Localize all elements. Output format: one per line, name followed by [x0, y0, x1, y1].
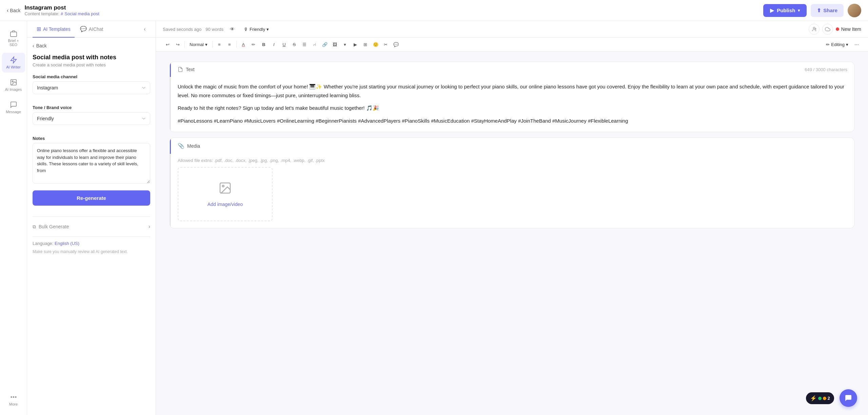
power-icon: ⚡	[810, 395, 817, 401]
lightning-icon	[10, 56, 17, 64]
right-panel: Saved seconds ago 90 words 👁 🎙 Friendly …	[156, 21, 868, 415]
panel-subtitle: Create a social media post with notes	[33, 62, 150, 67]
panel-title: Social media post with notes	[33, 54, 150, 61]
grid-icon: ⊞	[37, 26, 41, 32]
emoji-button[interactable]: 🙂	[371, 40, 380, 49]
bulk-generate-row[interactable]: ⧉ Bulk Generate ›	[33, 221, 150, 232]
format-toolbar: ↩ ↪ Normal ▾ ≡ ≡ A ✏ B I U S ☰ ⑁ 🔗 🖼 ▾ ▶…	[156, 38, 868, 51]
italic-button[interactable]: I	[269, 40, 279, 49]
highlight-button[interactable]: ✏	[249, 40, 258, 49]
bulk-generate-label: Bulk Generate	[39, 224, 69, 229]
text-paragraph-3: #PianoLessons #LearnPiano #MusicLovers #…	[178, 117, 847, 125]
mic-icon: 🎙	[244, 27, 248, 32]
svg-rect-0	[10, 32, 16, 37]
add-user-icon	[811, 26, 817, 32]
regenerate-button[interactable]: Re-generate	[33, 190, 150, 206]
align-left-button[interactable]: ≡	[215, 40, 224, 49]
add-user-button[interactable]	[809, 24, 820, 35]
sidebar-item-brief-seo[interactable]: Brief + SEO	[2, 26, 25, 50]
header-left: ‹ Back Instagram post Content template: …	[7, 4, 99, 16]
sidebar-item-ai-writer[interactable]: AI Writer	[2, 53, 25, 72]
text-block-header: Text 649 / 3000 characters	[170, 62, 854, 77]
sidebar-item-message[interactable]: Message	[2, 98, 25, 117]
social-channel-label: Social media channel	[33, 74, 150, 79]
underline-button[interactable]: U	[279, 40, 289, 49]
sidebar-label-message: Message	[6, 110, 21, 114]
text-paragraph-2: Ready to hit the right notes? Sign up to…	[178, 104, 847, 112]
sidebar-item-more[interactable]: More	[2, 390, 25, 410]
header-info: Instagram post Content template: # Socia…	[24, 4, 99, 16]
media-block-label: Media	[187, 143, 200, 149]
svg-point-6	[813, 27, 815, 29]
bulk-generate-left: ⧉ Bulk Generate	[33, 224, 69, 230]
comment-button[interactable]: 💬	[391, 40, 401, 49]
tab-ai-chat-label: AIChat	[89, 26, 103, 32]
chat-support-icon	[844, 394, 852, 402]
more-options-button[interactable]: ⋯	[852, 40, 861, 49]
editor-toolbar: Saved seconds ago 90 words 👁 🎙 Friendly …	[156, 21, 868, 38]
cut-button[interactable]: ✂	[381, 40, 391, 49]
media-block-header: 📎 Media	[170, 138, 854, 154]
align-center-button[interactable]: ≡	[225, 40, 234, 49]
tab-ai-chat[interactable]: 💬 AIChat	[76, 21, 107, 38]
panel-back-chevron-icon: ‹	[33, 43, 34, 48]
undo-button[interactable]: ↩	[163, 40, 172, 49]
tab-ai-templates[interactable]: ⊞ AI Templates	[33, 21, 75, 38]
redo-button[interactable]: ↪	[173, 40, 182, 49]
briefcase-icon	[10, 30, 17, 37]
notes-label: Notes	[33, 136, 150, 141]
back-button[interactable]: ‹ Back	[7, 7, 20, 14]
tab-ai-templates-label: AI Templates	[43, 26, 71, 32]
visibility-toggle[interactable]: 👁	[228, 24, 237, 34]
new-item-area: New Item	[836, 26, 861, 32]
tone-group: Tone / Brand voice Friendly Professional…	[33, 105, 150, 130]
divider-2	[33, 236, 150, 237]
divider-1	[33, 216, 150, 217]
divider-fmt-2	[212, 41, 213, 48]
cloud-save-button[interactable]	[822, 24, 833, 35]
publish-button[interactable]: ▶ Publish ▾	[763, 4, 807, 17]
table-button[interactable]: ⊞	[361, 40, 370, 49]
image-upload-icon	[218, 181, 232, 195]
publish-label: Publish	[777, 7, 795, 13]
avatar[interactable]	[848, 4, 861, 17]
language-link[interactable]: English (US)	[55, 241, 79, 246]
notes-textarea[interactable]: Online piano lessons offer a flexible an…	[33, 143, 150, 184]
strikethrough-button[interactable]: S	[290, 40, 299, 49]
bold-button[interactable]: B	[259, 40, 269, 49]
font-color-button[interactable]: A	[239, 40, 248, 49]
message-icon	[10, 101, 17, 108]
bullet-list-button[interactable]: ☰	[300, 40, 309, 49]
bulk-copy-icon: ⧉	[33, 224, 36, 230]
panel-back-button[interactable]: ‹ Back	[33, 43, 150, 48]
image-insert-button[interactable]: 🖼	[330, 40, 340, 49]
numbered-list-button[interactable]: ⑁	[310, 40, 319, 49]
collapse-panel-button[interactable]: ‹	[139, 24, 150, 35]
play-button[interactable]: ▶	[351, 40, 360, 49]
text-style-select[interactable]: Normal ▾	[187, 41, 210, 48]
tone-select[interactable]: Friendly Professional Casual Formal	[33, 112, 150, 125]
notes-group: Notes Online piano lessons offer a flexi…	[33, 136, 150, 185]
floating-widget[interactable]: ⚡ 2	[806, 392, 834, 404]
language-label: Language:	[33, 241, 55, 246]
chat-support-button[interactable]	[840, 389, 857, 407]
share-button[interactable]: ⬆ Share	[811, 4, 844, 17]
editing-mode-select[interactable]: ✏ Editing ▾	[823, 41, 851, 48]
sidebar-item-ai-images[interactable]: AI Images	[2, 75, 25, 95]
text-block-body: Unlock the magic of music from the comfo…	[170, 77, 854, 132]
image-chevron-button[interactable]: ▾	[340, 40, 350, 49]
template-link[interactable]: Social media post	[64, 11, 99, 16]
top-header: ‹ Back Instagram post Content template: …	[0, 0, 868, 21]
text-block-content[interactable]: Unlock the magic of music from the comfo…	[178, 82, 847, 125]
toolbar-right: New Item	[809, 24, 861, 35]
upload-zone[interactable]: Add image/video	[178, 167, 273, 221]
tone-display[interactable]: 🎙 Friendly ▾	[241, 25, 272, 33]
media-content-block: 📎 Media Allowed file extns: .pdf, .doc, …	[170, 138, 854, 228]
svg-point-2	[12, 81, 13, 82]
link-button[interactable]: 🔗	[320, 40, 330, 49]
social-channel-select[interactable]: Instagram Facebook Twitter LinkedIn	[33, 81, 150, 94]
back-label: Back	[10, 8, 20, 13]
bulk-chevron-icon: ›	[149, 224, 150, 230]
svg-point-4	[13, 397, 14, 398]
main-layout: Brief + SEO AI Writer AI Images Message …	[0, 21, 868, 415]
